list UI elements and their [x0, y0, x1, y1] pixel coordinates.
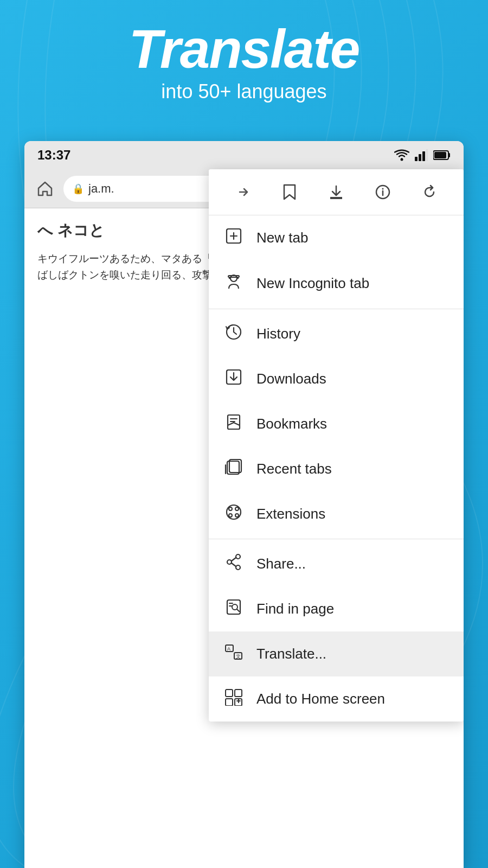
- dropdown-menu: New tab New Incognito tab: [209, 169, 464, 722]
- svg-point-9: [382, 188, 384, 190]
- svg-point-19: [229, 507, 232, 510]
- menu-toolbar: [209, 169, 464, 215]
- svg-point-24: [227, 560, 232, 564]
- download-page-button[interactable]: [322, 178, 350, 206]
- new-tab-icon: [224, 227, 243, 248]
- menu-item-bookmarks[interactable]: Bookmarks: [209, 401, 464, 446]
- menu-item-downloads[interactable]: Downloads: [209, 356, 464, 401]
- menu-item-extensions[interactable]: Extensions: [209, 492, 464, 537]
- translate-icon: A 文: [224, 643, 243, 665]
- lock-icon: 🔒: [72, 183, 84, 195]
- menu-item-recent-tabs[interactable]: Recent tabs: [209, 446, 464, 492]
- menu-item-find-in-page[interactable]: Find in page: [209, 586, 464, 631]
- status-icons: [394, 149, 451, 161]
- extensions-icon: [224, 503, 243, 525]
- menu-item-history[interactable]: History: [209, 311, 464, 356]
- svg-point-20: [235, 507, 239, 510]
- svg-rect-4: [426, 149, 428, 161]
- svg-rect-2: [419, 154, 421, 161]
- downloads-icon: [224, 368, 243, 390]
- menu-item-incognito[interactable]: New Incognito tab: [209, 260, 464, 307]
- reload-button[interactable]: [415, 178, 444, 206]
- recent-tabs-label: Recent tabs: [256, 461, 332, 477]
- svg-point-21: [229, 514, 232, 517]
- bookmark-button[interactable]: [275, 178, 304, 206]
- divider-1: [209, 309, 464, 309]
- forward-button[interactable]: [229, 178, 257, 206]
- svg-rect-3: [422, 151, 425, 161]
- menu-item-new-tab[interactable]: New tab: [209, 215, 464, 260]
- bookmarks-icon: [224, 413, 243, 435]
- share-label: Share...: [256, 556, 306, 572]
- new-tab-label: New tab: [256, 229, 308, 246]
- history-label: History: [256, 326, 300, 342]
- find-in-page-label: Find in page: [256, 601, 334, 617]
- svg-rect-6: [448, 153, 450, 157]
- find-icon: [224, 598, 243, 620]
- incognito-icon: [224, 272, 243, 295]
- info-button[interactable]: [369, 178, 397, 206]
- downloads-label: Downloads: [256, 371, 326, 387]
- svg-rect-7: [434, 152, 446, 158]
- svg-rect-32: [226, 690, 233, 697]
- svg-point-22: [235, 514, 239, 517]
- svg-point-25: [236, 565, 240, 570]
- menu-item-translate[interactable]: A 文 Translate...: [209, 631, 464, 676]
- add-home-icon: [224, 688, 243, 710]
- history-icon: [224, 323, 243, 344]
- svg-rect-1: [415, 157, 418, 161]
- svg-rect-33: [235, 690, 242, 697]
- header-subtitle: into 50+ languages: [0, 80, 488, 103]
- add-home-label: Add to Home screen: [256, 691, 385, 707]
- header-section: Translate into 50+ languages: [0, 22, 488, 103]
- menu-item-add-home[interactable]: Add to Home screen: [209, 676, 464, 722]
- divider-2: [209, 539, 464, 539]
- extensions-label: Extensions: [256, 506, 325, 522]
- menu-item-share[interactable]: Share...: [209, 541, 464, 586]
- header-title: Translate: [0, 22, 488, 76]
- svg-rect-26: [227, 600, 240, 614]
- phone-frame: 13:37: [24, 141, 464, 868]
- recent-tabs-icon: [224, 458, 243, 480]
- bookmarks-label: Bookmarks: [256, 416, 327, 432]
- url-text: ja.m.: [88, 182, 114, 196]
- svg-text:文: 文: [236, 654, 241, 659]
- svg-point-0: [401, 158, 403, 161]
- home-button[interactable]: [33, 177, 57, 201]
- svg-rect-34: [226, 699, 233, 706]
- svg-rect-12: [228, 276, 239, 277]
- translate-label: Translate...: [256, 646, 326, 662]
- signal-icon: [415, 149, 428, 161]
- svg-point-18: [227, 505, 241, 519]
- battery-icon: [433, 149, 451, 161]
- share-icon: [224, 553, 243, 575]
- svg-point-23: [236, 554, 240, 559]
- status-bar: 13:37: [24, 141, 464, 169]
- incognito-label: New Incognito tab: [256, 275, 369, 292]
- wifi-icon: [394, 149, 409, 161]
- status-time: 13:37: [37, 148, 70, 163]
- svg-text:A: A: [227, 646, 230, 652]
